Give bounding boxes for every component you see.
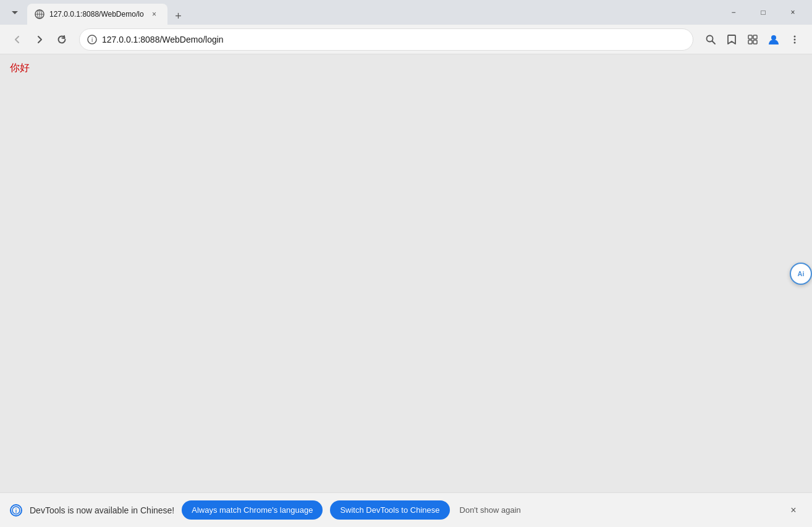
chrome-menu-button[interactable]: [785, 30, 805, 49]
title-bar: 127.0.0.1:8088/WebDemo/lo × + − □ ×: [0, 0, 812, 25]
notification-info-icon: i: [10, 504, 22, 516]
svg-rect-10: [753, 35, 757, 39]
svg-point-16: [794, 41, 796, 43]
search-button[interactable]: [701, 30, 721, 49]
ai-float-button[interactable]: Ai: [790, 263, 812, 285]
title-bar-left: [5, 2, 25, 22]
site-info-icon[interactable]: i: [87, 35, 97, 44]
address-input[interactable]: [102, 35, 685, 44]
forward-button[interactable]: [30, 30, 49, 49]
back-button[interactable]: [7, 30, 27, 49]
switch-devtools-button[interactable]: Switch DevTools to Chinese: [330, 500, 449, 520]
svg-point-15: [794, 38, 796, 40]
navigation-bar: i: [0, 25, 812, 54]
tab-favicon-icon: [35, 9, 44, 19]
reload-button[interactable]: [52, 30, 72, 49]
svg-text:i: i: [15, 508, 17, 514]
address-bar-container[interactable]: i: [79, 28, 693, 51]
tab-area: 127.0.0.1:8088/WebDemo/lo × +: [27, 0, 717, 25]
window-controls: − □ ×: [719, 2, 807, 22]
active-tab[interactable]: 127.0.0.1:8088/WebDemo/lo ×: [27, 4, 167, 25]
notification-message: DevTools is now available in Chinese!: [30, 505, 174, 515]
notification-bar: i DevTools is now available in Chinese! …: [0, 492, 812, 527]
maximize-button[interactable]: □: [749, 2, 777, 22]
svg-rect-12: [753, 40, 757, 44]
tab-title: 127.0.0.1:8088/WebDemo/lo: [49, 10, 144, 19]
dont-show-again-link[interactable]: Don't show again: [460, 505, 521, 515]
always-match-language-button[interactable]: Always match Chrome's language: [182, 500, 323, 520]
profile-button[interactable]: [764, 30, 784, 49]
bookmark-button[interactable]: [722, 30, 742, 49]
minimize-button[interactable]: −: [719, 2, 748, 22]
close-window-button[interactable]: ×: [779, 2, 807, 22]
svg-line-8: [713, 41, 716, 44]
svg-text:i: i: [91, 36, 93, 43]
svg-marker-0: [12, 11, 18, 14]
svg-point-13: [771, 35, 776, 40]
tab-list-button[interactable]: [5, 2, 25, 22]
svg-rect-11: [748, 40, 752, 44]
page-main-text: 你好: [0, 54, 812, 82]
notification-close-button[interactable]: ×: [785, 502, 802, 519]
extension-button[interactable]: [743, 30, 763, 49]
nav-right-icons: [701, 30, 805, 49]
page-content: 你好 Ai: [0, 54, 812, 492]
svg-point-14: [794, 35, 796, 37]
svg-rect-9: [748, 35, 752, 39]
tab-close-button[interactable]: ×: [149, 9, 160, 20]
new-tab-button[interactable]: +: [170, 7, 187, 25]
